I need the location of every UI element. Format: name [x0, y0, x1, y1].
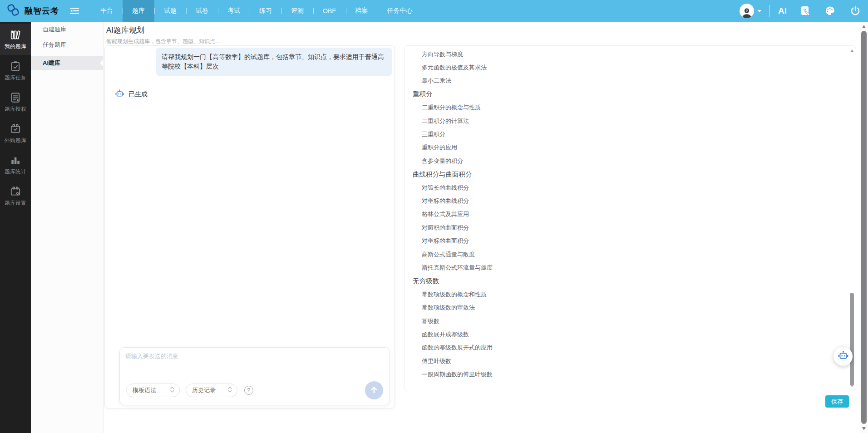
outline-item[interactable]: 对坐标的曲线积分: [404, 194, 845, 207]
outline-item[interactable]: 二重积分的计算法: [404, 114, 845, 128]
outline-item[interactable]: 高斯公式通量与散度: [404, 248, 845, 261]
svg-text:?: ?: [746, 9, 748, 13]
template-syntax-label: 模板语法: [133, 386, 156, 394]
window-scrollbar-thumb[interactable]: [861, 31, 867, 424]
nav-item[interactable]: 试题: [154, 0, 186, 22]
nav-item[interactable]: 平台: [91, 0, 123, 22]
help-icon[interactable]: ?: [244, 386, 253, 395]
sidebar-collapse-icon[interactable]: [70, 7, 79, 15]
send-button[interactable]: [365, 381, 383, 399]
outline-item[interactable]: 方向导数与梯度: [404, 48, 845, 61]
subsidebar-item-ai-builder[interactable]: AI建库: [31, 56, 103, 70]
task-icon: [10, 60, 21, 72]
sidebar-item-my-question-bank[interactable]: 我的题库: [0, 24, 31, 55]
sidebar-item-bank-settings[interactable]: 题库设置: [0, 180, 31, 212]
outline-item[interactable]: 函数展开成幂级数: [404, 328, 845, 341]
user-avatar[interactable]: ?: [740, 4, 754, 18]
outline-item[interactable]: 最小二乘法: [404, 74, 845, 88]
robot-icon: [115, 89, 124, 100]
outline-item-label: 含参变量的积分: [422, 157, 463, 165]
subsidebar-item-self-built[interactable]: 自建题库: [31, 22, 103, 37]
outline-item-label: 曲线积分与曲面积分: [413, 170, 472, 179]
app-window: 融智云考 平台 题库 试题 试卷 考试: [0, 0, 868, 433]
template-syntax-dropdown[interactable]: 模板语法: [126, 384, 180, 397]
ai-assistant-icon[interactable]: Ai: [778, 6, 787, 16]
scroll-down-arrow-icon[interactable]: [862, 427, 866, 430]
nav-item-label: 档案: [355, 7, 368, 15]
outline-item[interactable]: 对面积的曲面积分: [404, 221, 845, 234]
nav-item[interactable]: 档案: [346, 0, 378, 22]
outline-item[interactable]: 重积分: [404, 88, 845, 101]
message-input[interactable]: [125, 352, 380, 379]
avatar-caret-down-icon[interactable]: [758, 10, 761, 12]
outline-item[interactable]: 无穷级数: [404, 275, 845, 288]
outline-item[interactable]: 傅里叶级数: [404, 354, 845, 368]
nav-item[interactable]: 试卷: [186, 0, 218, 22]
settings-icon: [10, 186, 21, 197]
nav-item-label: 任务中心: [387, 7, 413, 15]
library-icon: [10, 29, 21, 41]
subsidebar-item-task-banks[interactable]: 任务题库: [31, 37, 103, 53]
logout-power-icon[interactable]: [850, 5, 861, 16]
brand[interactable]: 融智云考: [0, 3, 59, 19]
history-dropdown[interactable]: 历史记录: [186, 384, 237, 397]
user-message-bubble: 请帮我规划一门【高等数学】的试题库，包括章节、知识点，要求适用于普通高等院校【本…: [156, 48, 392, 76]
outline-item[interactable]: 格林公式及其应用: [404, 208, 845, 221]
outline-item[interactable]: 二重积分的概念与性质: [404, 101, 845, 114]
license-icon: [10, 92, 21, 103]
outline-item[interactable]: 三重积分: [404, 128, 845, 141]
scroll-down-arrow-icon[interactable]: [850, 384, 854, 387]
nav-item-label: 试卷: [196, 7, 208, 15]
sidebar-item-purchased-banks[interactable]: 外购题库: [0, 118, 31, 149]
sidebar-item-bank-authorization[interactable]: 题库授权: [0, 86, 31, 118]
ai-robot-fab[interactable]: [833, 347, 853, 366]
sidebar-item-bank-tasks[interactable]: 题库任务: [0, 55, 31, 86]
secondary-sidebar: 自建题库 任务题库 AI建库: [31, 22, 104, 433]
outline-item-label: 对坐标的曲线积分: [422, 197, 469, 205]
nav-item[interactable]: OBE: [313, 0, 346, 22]
nav-item-label: 题库: [132, 7, 145, 15]
outline-item[interactable]: 常数项级数的审敛法: [404, 301, 845, 314]
nav-item[interactable]: 任务中心: [378, 0, 422, 22]
nav-item[interactable]: 评测: [281, 0, 313, 22]
outline-item[interactable]: 对坐标的曲面积分: [404, 234, 845, 247]
nav-item[interactable]: 题库: [123, 0, 154, 22]
outline-item[interactable]: 多元函数的极值及其求法: [404, 61, 845, 74]
outline-item[interactable]: 幂级数: [404, 315, 845, 328]
panel-scrollbar-thumb[interactable]: [850, 293, 854, 386]
window-scrollbar[interactable]: [860, 22, 868, 433]
outline-item-label: 对坐标的曲面积分: [422, 237, 469, 245]
scroll-up-arrow-icon[interactable]: [862, 25, 866, 28]
outline-item-label: 方向导数与梯度: [422, 50, 463, 59]
theme-palette-icon[interactable]: [824, 5, 836, 16]
outline-item[interactable]: 常数项级数的概念和性质: [404, 288, 845, 301]
sidebar-item-bank-statistics[interactable]: 题库统计: [0, 149, 31, 180]
nav-item-label: 平台: [100, 7, 113, 15]
primary-sidebar: 我的题库 题库任务 题库授权: [0, 22, 31, 433]
nav-item[interactable]: 考试: [218, 0, 250, 22]
save-button[interactable]: 保存: [825, 395, 849, 408]
outline-item[interactable]: 曲线积分与曲面积分: [404, 168, 845, 181]
nav-item-label: 考试: [227, 7, 240, 15]
outline-item[interactable]: 函数的幂级数展开式的应用: [404, 341, 845, 354]
outline-item[interactable]: 重积分的应用: [404, 141, 845, 154]
history-label: 历史记录: [192, 386, 216, 394]
outline-item[interactable]: 斯托克斯公式环流量与旋度: [404, 261, 845, 274]
panel-scrollbar[interactable]: [850, 48, 854, 389]
outline-item[interactable]: 一般周期函数的傅里叶级数: [404, 368, 845, 381]
outline-item-label: 高斯公式通量与散度: [422, 251, 475, 259]
top-bar: 融智云考 平台 题库 试题 试卷 考试: [0, 0, 868, 22]
subsidebar-item-label: 任务题库: [43, 41, 66, 49]
generation-status-text: 已生成: [128, 90, 148, 98]
outline-item[interactable]: 对弧长的曲线积分: [404, 181, 845, 194]
outline-item-label: 二重积分的概念与性质: [422, 103, 481, 112]
outline-item-label: 对弧长的曲线积分: [422, 184, 469, 192]
scroll-up-arrow-icon[interactable]: [850, 49, 854, 52]
outline-item[interactable]: 含参变量的积分: [404, 154, 845, 167]
outline-item-label: 幂级数: [422, 317, 439, 325]
feedback-doc-icon[interactable]: ?: [800, 5, 810, 16]
updown-caret-icon: [227, 386, 232, 394]
outline-item-label: 常数项级数的审敛法: [422, 304, 475, 312]
message-composer: 模板语法 历史记录 ?: [119, 347, 390, 405]
nav-item[interactable]: 练习: [250, 0, 281, 22]
